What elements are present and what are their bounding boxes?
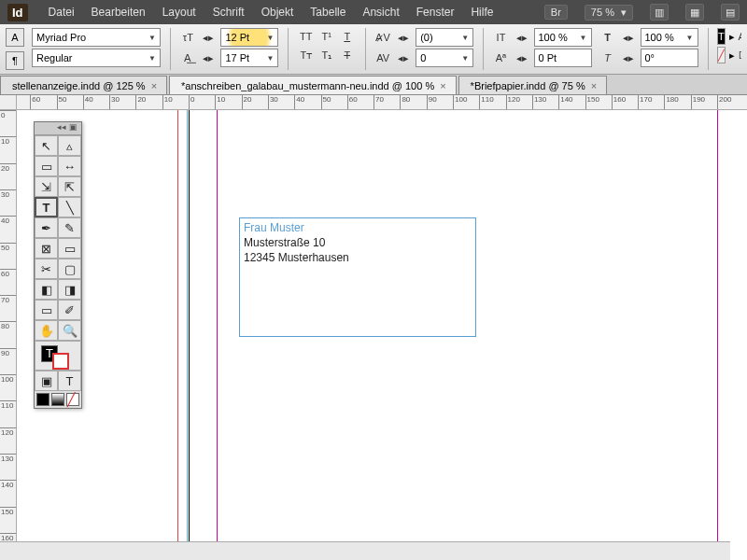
address-line-2: Musterstraße 10 — [244, 235, 472, 250]
hscale-field[interactable]: 100 %▼ — [534, 28, 592, 47]
guide-slug-left[interactable] — [187, 110, 188, 541]
stepper-icon[interactable]: ◂▸ — [620, 29, 637, 46]
formatting-text-icon[interactable]: T — [58, 371, 81, 391]
note-tool[interactable]: ▭ — [35, 300, 58, 320]
vscale-icon: T — [599, 29, 616, 46]
text-frame[interactable]: Frau Muster Musterstraße 10 12345 Muster… — [239, 217, 476, 337]
arrange-icon[interactable]: ▦ — [685, 4, 704, 21]
bridge-button[interactable]: Br — [544, 5, 568, 20]
apply-gradient[interactable] — [51, 393, 64, 406]
fill-swatch[interactable]: T — [717, 28, 726, 45]
content-placer-tool[interactable]: ⇱ — [58, 176, 81, 197]
menubar: Id Datei Bearbeiten Layout Schrift Objek… — [0, 0, 747, 24]
type-tool[interactable]: T — [35, 197, 58, 217]
stepper-icon[interactable]: ◂▸ — [395, 29, 412, 46]
kerning-field[interactable]: (0)▼ — [416, 28, 473, 47]
menu-objekt[interactable]: Objekt — [261, 6, 294, 19]
menu-schrift[interactable]: Schrift — [213, 6, 245, 19]
char-style-icon[interactable]: A. — [739, 28, 741, 45]
fill-stroke-proxy[interactable]: T — [35, 341, 81, 371]
menu-ansicht[interactable]: Ansicht — [362, 6, 399, 19]
tab-label: stellenanzeige.indd @ 125 % — [12, 80, 146, 91]
pencil-tool[interactable]: ✎ — [58, 217, 81, 238]
canvas[interactable]: Frau Muster Musterstraße 10 12345 Muster… — [17, 110, 747, 541]
stepper-icon[interactable]: ◂▸ — [395, 49, 412, 66]
direct-selection-tool[interactable]: ▵ — [58, 135, 81, 156]
font-style-select[interactable]: Regular▼ — [32, 49, 161, 67]
stepper-icon[interactable]: ◂▸ — [620, 49, 637, 66]
rectangle-tool[interactable]: ▭ — [58, 238, 81, 259]
page-tool[interactable]: ▭ — [35, 156, 58, 176]
close-icon[interactable]: × — [440, 80, 445, 91]
zoom-select[interactable]: 75 % ▾ — [585, 5, 633, 21]
toolbox-header[interactable]: ◂◂ ▣ — [35, 122, 81, 135]
stepper-icon[interactable]: ◂▸ — [200, 49, 217, 66]
skew-icon: T — [599, 49, 616, 66]
tab-briefpapier[interactable]: *Briefpapier.indd @ 75 %× — [458, 76, 608, 94]
strike-icon[interactable]: T — [339, 47, 356, 63]
zoom-tool[interactable]: 🔍 — [58, 320, 81, 341]
hand-tool[interactable]: ✋ — [35, 320, 58, 341]
menu-tabelle[interactable]: Tabelle — [310, 6, 345, 19]
eyedropper-tool[interactable]: ✐ — [58, 300, 81, 320]
chevron-right-icon: ▸ — [729, 49, 735, 62]
content-collector-tool[interactable]: ⇲ — [35, 176, 58, 197]
language-select[interactable]: Deu — [739, 50, 741, 61]
baseline-icon: Aª — [493, 49, 510, 66]
menu-hilfe[interactable]: Hilfe — [471, 6, 493, 19]
para-mode-button[interactable]: ¶ — [6, 51, 24, 70]
screen-mode-icon[interactable]: ▥ — [650, 4, 669, 21]
rectangle-frame-tool[interactable]: ⊠ — [35, 238, 58, 259]
smallcaps-icon[interactable]: Tᴛ — [298, 47, 315, 63]
font-size-value: 12 Pt — [225, 32, 249, 43]
menu-bearbeiten[interactable]: Bearbeiten — [92, 6, 146, 19]
ruler-origin[interactable] — [0, 95, 17, 110]
font-family-select[interactable]: Myriad Pro▼ — [32, 28, 161, 47]
tracking-field[interactable]: 0▼ — [416, 49, 473, 67]
superscript-icon[interactable]: T¹ — [318, 28, 335, 45]
leading-value: 17 Pt — [225, 52, 249, 63]
leading-field[interactable]: 17 Pt▼ — [220, 49, 278, 67]
apply-color[interactable] — [36, 393, 49, 406]
menu-fenster[interactable]: Fenster — [416, 6, 455, 19]
allcaps-icon[interactable]: TT — [298, 28, 315, 45]
guide-bleed-left[interactable] — [177, 110, 178, 541]
tab-stellenanzeige[interactable]: stellenanzeige.indd @ 125 %× — [0, 76, 167, 94]
gradient-swatch-tool[interactable]: ◧ — [35, 279, 58, 300]
ruler-vertical[interactable]: 0102030405060708090100110120130140150160… — [0, 110, 17, 541]
scissors-tool[interactable]: ✂ — [35, 259, 58, 279]
guide-margin-right[interactable] — [717, 110, 718, 541]
menu-layout[interactable]: Layout — [162, 6, 196, 19]
vscale-field[interactable]: 100 %▼ — [641, 28, 698, 47]
address-line-3: 12345 Musterhausen — [244, 250, 472, 265]
stepper-icon[interactable]: ◂▸ — [514, 49, 530, 66]
font-size-icon: τT — [179, 29, 196, 46]
close-icon[interactable]: × — [151, 80, 157, 91]
stepper-icon[interactable]: ◂▸ — [514, 29, 530, 46]
line-tool[interactable]: ╲ — [58, 197, 81, 217]
formatting-container-icon[interactable]: ▣ — [35, 371, 58, 391]
free-transform-tool[interactable]: ▢ — [58, 259, 81, 279]
workspace-icon[interactable]: ▤ — [721, 4, 740, 21]
ruler-horizontal[interactable]: 6050403020100102030405060708090100110120… — [17, 95, 747, 110]
selection-tool[interactable]: ↖ — [35, 135, 58, 156]
gap-tool[interactable]: ↔ — [58, 156, 81, 176]
toolbox[interactable]: ◂◂ ▣ ↖▵ ▭↔ ⇲⇱ T╲ ✒✎ ⊠▭ ✂▢ ◧◨ ▭✐ ✋🔍 T ▣T … — [34, 121, 82, 409]
stepper-icon[interactable]: ◂▸ — [200, 29, 217, 46]
baseline-field[interactable]: 0 Pt — [534, 49, 592, 67]
guide-margin-left[interactable] — [217, 110, 218, 541]
menu-datei[interactable]: Datei — [49, 6, 75, 19]
underline-icon[interactable]: T — [339, 28, 356, 45]
scrollbar-horizontal[interactable] — [0, 541, 730, 560]
pen-tool[interactable]: ✒ — [35, 217, 58, 238]
char-mode-button[interactable]: A — [6, 28, 24, 47]
close-icon[interactable]: × — [591, 80, 597, 91]
stroke-swatch[interactable]: ╱ — [717, 47, 726, 63]
font-size-field[interactable]: 12 Pt▼ — [220, 28, 278, 47]
skew-field[interactable]: 0° — [641, 49, 698, 67]
gradient-feather-tool[interactable]: ◨ — [58, 279, 81, 300]
leading-icon: A͟ — [179, 49, 196, 66]
subscript-icon[interactable]: T₁ — [318, 47, 335, 63]
tab-anschreiben[interactable]: *anschreiben_galabau_mustermann-neu.indd… — [169, 76, 457, 94]
apply-none[interactable]: ╱ — [66, 393, 79, 406]
